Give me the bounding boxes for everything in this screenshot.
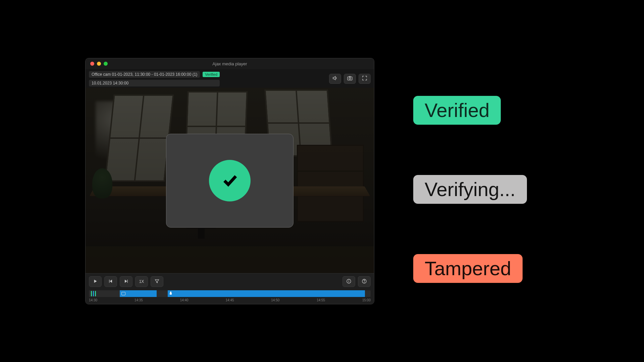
status-pill-verifying: Verifying... bbox=[413, 175, 527, 204]
svg-point-9 bbox=[349, 280, 349, 281]
tab-group: Office cam 01-01-2023, 11:30:00 - 01-01-… bbox=[89, 71, 220, 86]
playback-controls: 1X bbox=[86, 273, 374, 304]
next-clip-button[interactable] bbox=[120, 276, 132, 287]
skip-forward-icon bbox=[123, 279, 129, 285]
play-icon bbox=[93, 279, 98, 285]
timeline-tick: 14:50 bbox=[271, 298, 279, 302]
svg-marker-2 bbox=[94, 280, 97, 283]
skip-back-icon bbox=[108, 279, 113, 285]
recording-tab[interactable]: Office cam 01-01-2023, 11:30:00 - 01-01-… bbox=[89, 71, 200, 78]
media-player-window: Ajax media player Office cam 01-01-2023,… bbox=[85, 58, 374, 304]
timeline-tick: 14:35 bbox=[135, 298, 143, 302]
svg-rect-6 bbox=[127, 280, 127, 283]
zoom-window-button[interactable] bbox=[104, 62, 108, 66]
timeline-tick: 14:55 bbox=[317, 298, 325, 302]
svg-point-11 bbox=[364, 282, 365, 283]
play-button[interactable] bbox=[89, 276, 102, 287]
timeline-ticks: 14:30 14:35 14:40 14:45 14:50 14:55 15:0… bbox=[89, 298, 371, 302]
success-check-circle bbox=[209, 160, 251, 201]
svg-point-1 bbox=[349, 77, 351, 79]
playback-speed-button[interactable]: 1X bbox=[135, 276, 148, 287]
timeline-tick: 14:40 bbox=[180, 298, 189, 302]
timeline[interactable]: 14:30 14:35 14:40 14:45 14:50 14:55 15:0… bbox=[89, 290, 371, 302]
timeline-segment-motion[interactable] bbox=[168, 290, 365, 297]
svg-marker-5 bbox=[125, 280, 127, 283]
camera-icon bbox=[347, 75, 353, 82]
playhead-timestamp: 10.01.2023 14:30:00 bbox=[89, 80, 220, 86]
status-pill-showcase: Verified Verifying... Tampered bbox=[413, 96, 527, 283]
video-viewport[interactable] bbox=[86, 88, 374, 273]
timeline-tick: 14:30 bbox=[89, 298, 97, 302]
timeline-tick: 14:45 bbox=[225, 298, 234, 302]
window-controls bbox=[90, 62, 108, 66]
close-window-button[interactable] bbox=[90, 62, 94, 66]
window-title: Ajax media player bbox=[86, 61, 374, 66]
filter-button[interactable] bbox=[151, 276, 163, 287]
minimize-window-button[interactable] bbox=[97, 62, 101, 66]
status-pill-verified: Verified bbox=[413, 96, 501, 125]
status-pill-tampered: Tampered bbox=[413, 254, 523, 283]
audio-button[interactable] bbox=[329, 74, 341, 84]
verified-badge: Verified bbox=[203, 72, 220, 77]
svg-rect-4 bbox=[109, 280, 109, 283]
help-icon bbox=[362, 279, 367, 285]
header-row: Office cam 01-01-2023, 11:30:00 - 01-01-… bbox=[86, 69, 374, 88]
check-icon bbox=[221, 171, 239, 190]
help-button[interactable] bbox=[358, 276, 371, 287]
filter-icon bbox=[154, 279, 160, 285]
speaker-icon bbox=[332, 75, 338, 82]
window-titlebar: Ajax media player bbox=[86, 58, 374, 69]
verification-success-modal bbox=[166, 134, 293, 228]
timeline-activity-indicator bbox=[91, 291, 96, 296]
timeline-tick: 15:00 bbox=[362, 298, 371, 302]
info-icon bbox=[346, 279, 352, 285]
snapshot-button[interactable] bbox=[344, 74, 356, 84]
fullscreen-button[interactable] bbox=[359, 74, 371, 84]
timeline-segment-recording[interactable] bbox=[120, 290, 156, 297]
svg-marker-3 bbox=[110, 280, 112, 283]
info-button[interactable] bbox=[342, 276, 355, 287]
previous-clip-button[interactable] bbox=[104, 276, 117, 287]
fullscreen-icon bbox=[362, 75, 368, 82]
